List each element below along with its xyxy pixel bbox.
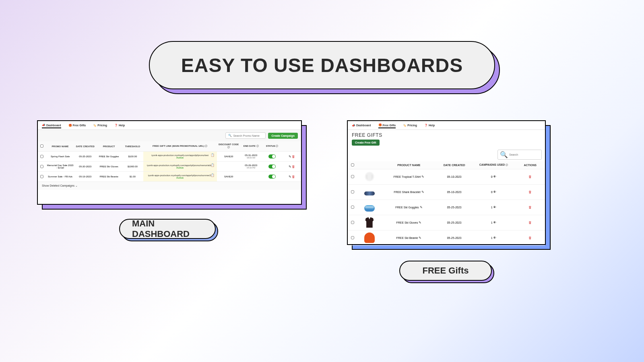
nav-help[interactable]: ❓ Help: [424, 124, 435, 127]
nav-label: Dashboard: [46, 124, 61, 127]
row-checkbox[interactable]: [40, 155, 43, 158]
status-toggle[interactable]: [268, 165, 276, 169]
row-checkbox[interactable]: [351, 206, 354, 209]
nav-free-gifts[interactable]: 🎁 Free Gifts: [378, 123, 396, 128]
info-icon: ⓘ: [506, 164, 508, 166]
col-date-created: DATE CREATED: [436, 161, 472, 169]
nav-pricing[interactable]: 🏷️ Pricing: [403, 124, 417, 127]
delete-icon[interactable]: 🗑: [528, 190, 532, 194]
help-icon: ❓: [114, 124, 118, 127]
cell-thumb: [358, 215, 382, 230]
cell-product: FREE Ski Beanie: [96, 172, 122, 182]
info-icon: ⓘ: [227, 146, 230, 148]
chevron-down-icon: ⌄: [75, 184, 78, 187]
status-toggle[interactable]: [268, 154, 276, 158]
table-row: FREE Shark Bracelet ✎ 05-10-2023 0 👁 🗑: [348, 185, 545, 200]
cell-threshold: $1.00: [122, 172, 143, 182]
col-product: PRODUCT: [96, 141, 122, 152]
search-box[interactable]: 🔍: [225, 132, 266, 139]
cell-campaigns-used: 1 👁: [472, 230, 516, 246]
cell-date: 05-25-2023: [436, 230, 472, 246]
megaphone-icon: 📣: [42, 123, 45, 127]
select-all-checkbox[interactable]: [351, 163, 354, 167]
main-dashboard-panel: 📣 Dashboard 🎁 Free Gifts 🏷️ Pricing ❓ He…: [37, 120, 302, 205]
eye-icon[interactable]: 👁: [493, 175, 496, 179]
edit-icon[interactable]: ✎: [420, 206, 423, 209]
cell-product-name: FREE Shark Bracelet ✎: [381, 185, 436, 200]
row-checkbox[interactable]: [351, 236, 354, 239]
cell-thumb: [358, 169, 382, 185]
status-toggle[interactable]: [268, 175, 276, 179]
cell-status: [262, 162, 283, 172]
edit-icon[interactable]: ✎: [419, 221, 421, 224]
panel-body: 📣 Dashboard 🎁 Free Gifts 🏷️ Pricing ❓ He…: [347, 120, 546, 245]
info-icon: ⓘ: [205, 145, 207, 147]
copy-icon[interactable]: 📋: [211, 163, 215, 167]
copy-icon[interactable]: 📋: [211, 173, 215, 177]
cell-date: 05-25-2023: [75, 152, 96, 162]
cell-status: [262, 152, 283, 162]
cell-actions: 🗑: [515, 230, 545, 246]
gifts-table: PRODUCT NAME DATE CREATED CAMPAIGNS USED…: [348, 161, 545, 246]
row-checkbox[interactable]: [351, 175, 354, 178]
product-thumbnail: [364, 217, 375, 228]
search-input[interactable]: [233, 134, 263, 137]
delete-icon[interactable]: 🗑: [292, 155, 295, 158]
cell-date: 05-19-2023: [75, 172, 96, 182]
edit-icon[interactable]: ✎: [421, 175, 424, 179]
eye-icon[interactable]: 👁: [493, 190, 496, 194]
nav-dashboard[interactable]: 📣 Dashboard: [42, 123, 61, 128]
navbar: 📣 Dashboard 🎁 Free Gifts 🏷️ Pricing ❓ He…: [38, 121, 301, 130]
edit-icon[interactable]: ✎: [289, 155, 291, 158]
cell-product: FREE Ski Gloves: [96, 162, 122, 172]
tag-icon: 🏷️: [93, 124, 96, 127]
table-row: FREE Ski Goggles ✎ 05-25-2023 1 👁 🗑: [348, 200, 545, 215]
cell-threshold: $1000.00: [122, 162, 143, 172]
delete-icon[interactable]: 🗑: [528, 175, 532, 179]
nav-pricing[interactable]: 🏷️ Pricing: [93, 124, 107, 127]
col-actions: ACTIONS: [515, 161, 545, 169]
gift-icon: 🎁: [68, 124, 72, 127]
cell-date: 05-10-2023: [436, 185, 472, 200]
page-title: EASY TO USE DASHBOARDS: [181, 54, 463, 76]
search-input[interactable]: [509, 153, 539, 156]
row-checkbox[interactable]: [40, 165, 43, 168]
delete-icon[interactable]: 🗑: [292, 165, 295, 169]
search-box[interactable]: 🔍: [497, 150, 542, 160]
delete-icon[interactable]: 🗑: [528, 221, 532, 224]
product-thumbnail: [364, 232, 375, 243]
row-checkbox[interactable]: [351, 190, 354, 193]
campaigns-table: PROMO NAME DATE CREATED PRODUCT THRESHOL…: [38, 141, 301, 182]
col-status: STATUS ⓘ: [262, 141, 283, 152]
edit-icon[interactable]: ✎: [289, 165, 291, 169]
cell-gift-link: tyonik-apps-production.myshopify.com/app…: [143, 162, 217, 172]
delete-icon[interactable]: 🗑: [528, 236, 532, 240]
nav-label: Free Gifts: [73, 124, 86, 127]
delete-icon[interactable]: 🗑: [528, 206, 532, 209]
search-row: 🔍: [348, 148, 545, 161]
cell-thumb: [358, 185, 382, 200]
eye-icon[interactable]: 👁: [493, 206, 496, 209]
create-free-gift-button[interactable]: Create Free Gift: [352, 140, 380, 146]
copy-icon[interactable]: 📋: [211, 153, 215, 157]
edit-icon[interactable]: ✎: [289, 175, 291, 179]
row-checkbox[interactable]: [351, 221, 354, 224]
product-thumbnail: [364, 205, 375, 212]
cell-date: 05-25-2023: [436, 215, 472, 230]
show-deleted-toggle[interactable]: Show Deleted Campaigns ⌄: [38, 182, 301, 190]
nav-dashboard[interactable]: 📣 Dashboard: [352, 124, 371, 127]
eye-icon[interactable]: 👁: [493, 221, 496, 224]
select-all-checkbox[interactable]: [40, 144, 43, 148]
show-deleted-label: Show Deleted Campaigns: [42, 184, 74, 187]
nav-help[interactable]: ❓ Help: [114, 124, 125, 127]
nav-label: Free Gifts: [383, 124, 396, 127]
nav-free-gifts[interactable]: 🎁 Free Gifts: [68, 124, 86, 127]
eye-icon[interactable]: 👁: [493, 236, 496, 240]
cell-date: 05-20-2023: [75, 162, 96, 172]
cell-status: [262, 172, 283, 182]
create-campaign-button[interactable]: Create Campaign: [268, 133, 298, 139]
edit-icon[interactable]: ✎: [419, 236, 421, 240]
edit-icon[interactable]: ✎: [421, 190, 424, 194]
delete-icon[interactable]: 🗑: [292, 175, 295, 179]
row-checkbox[interactable]: [40, 175, 43, 178]
